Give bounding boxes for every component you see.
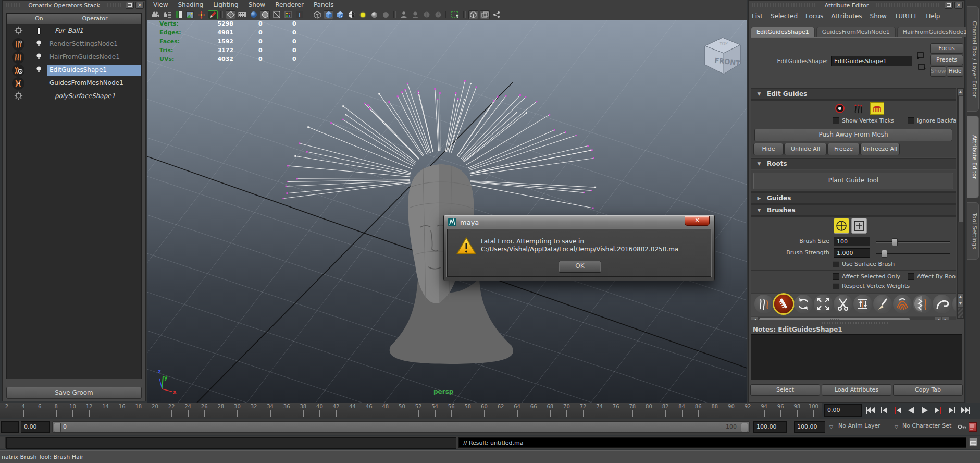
close-window-icon[interactable]: × bbox=[954, 2, 963, 9]
scene-3d[interactable] bbox=[147, 20, 747, 403]
auto-keyframe-icon[interactable] bbox=[969, 422, 977, 432]
push-away-from-mesh-button[interactable]: Push Away From Mesh bbox=[754, 129, 952, 141]
textured-mode-icon[interactable]: T bbox=[294, 10, 304, 19]
set-key-icon[interactable] bbox=[958, 423, 966, 432]
menu-view[interactable]: View bbox=[153, 1, 168, 8]
load-attributes-button[interactable]: Load Attributes bbox=[822, 384, 891, 396]
scroll-down-icon[interactable]: ▼ bbox=[958, 300, 963, 307]
scroll-right-step-icon[interactable]: ▶ bbox=[942, 317, 949, 320]
play-backwards-icon[interactable] bbox=[904, 404, 917, 417]
paint-brush-icon[interactable] bbox=[873, 295, 892, 313]
ignore-backfacing-checkbox[interactable]: Ignore Backfacing bbox=[908, 117, 956, 124]
square-brush-mode-icon[interactable] bbox=[851, 218, 867, 234]
view-cube[interactable]: FRONT TOP bbox=[698, 31, 746, 78]
operator-name[interactable]: Fur_Ball1 bbox=[47, 26, 141, 36]
curl-brush-icon[interactable] bbox=[933, 295, 951, 313]
go-to-end-icon[interactable] bbox=[959, 404, 972, 417]
operator-row-hair-from-guides[interactable]: HairFromGuidesNode1 bbox=[7, 51, 141, 64]
command-line-mode-fragment[interactable] bbox=[0, 437, 6, 448]
expand-brush-icon[interactable] bbox=[814, 295, 833, 313]
menu-panels[interactable]: Panels bbox=[314, 1, 334, 8]
bulb-icon[interactable] bbox=[36, 40, 42, 49]
hide-guides-button[interactable]: Hide bbox=[753, 143, 784, 155]
range-left-handle[interactable] bbox=[54, 423, 61, 432]
ornatrix-panel-titlebar[interactable]: Ornatrix Operators Stack × bbox=[3, 1, 145, 10]
operator-row-edit-guides[interactable]: EditGuidesShape1 bbox=[7, 64, 141, 77]
bulb-icon[interactable] bbox=[36, 66, 42, 75]
comb-icon[interactable] bbox=[870, 102, 884, 115]
use-surface-brush-checkbox[interactable]: Use Surface Brush bbox=[833, 261, 895, 267]
shaded-mode-icon[interactable] bbox=[249, 10, 258, 19]
brush-strength-slider[interactable] bbox=[876, 253, 950, 254]
attributes-vertical-scrollbar[interactable]: ▲ ▲ ▼ bbox=[957, 88, 964, 319]
scissors-brush-icon[interactable] bbox=[834, 295, 852, 313]
section-brushes[interactable]: ▼Brushes bbox=[751, 204, 956, 216]
chevron-down-icon[interactable]: ▽ bbox=[829, 424, 833, 430]
operator-row-poly-surface[interactable]: polySurfaceShape1 bbox=[7, 90, 141, 103]
default-material-cube-icon[interactable] bbox=[312, 10, 322, 19]
plugin-cube-icon[interactable] bbox=[468, 10, 478, 19]
character-set-selector[interactable]: No Character Set bbox=[902, 422, 951, 429]
isolate-person-2-icon[interactable] bbox=[410, 10, 420, 19]
object-selection-icon[interactable] bbox=[451, 10, 461, 19]
operator-row-guides-from-mesh[interactable]: GuidesFromMeshNode1 bbox=[7, 77, 141, 90]
animation-start-field[interactable] bbox=[1, 421, 19, 433]
select-camera-icon[interactable] bbox=[151, 10, 160, 19]
brush-strength-field[interactable]: 1.000 bbox=[834, 248, 870, 258]
camera-attributes-icon[interactable] bbox=[162, 10, 172, 19]
slider-handle[interactable] bbox=[892, 238, 898, 246]
go-to-start-icon[interactable] bbox=[864, 404, 877, 417]
bulb-icon[interactable] bbox=[36, 53, 42, 62]
step-back-frame-icon[interactable] bbox=[877, 404, 890, 417]
select-button[interactable]: Select bbox=[750, 384, 820, 396]
image-plane-icon[interactable] bbox=[185, 10, 195, 19]
textured-cube-icon[interactable] bbox=[335, 10, 345, 19]
xray-mode-icon[interactable] bbox=[271, 10, 281, 19]
affect-by-roots-checkbox[interactable]: Affect By Roots bbox=[908, 273, 956, 280]
time-ruler[interactable]: 2468101214161820222426283032343638404244… bbox=[0, 403, 822, 418]
menu-lighting[interactable]: Lighting bbox=[213, 1, 239, 8]
scroll-up-icon[interactable]: ▲ bbox=[958, 89, 963, 95]
brush-tool-icon[interactable] bbox=[208, 10, 218, 19]
menu-turtle[interactable]: TURTLE bbox=[895, 13, 918, 20]
unhide-all-button[interactable]: Unhide All bbox=[784, 143, 827, 155]
range-right-handle[interactable] bbox=[741, 423, 748, 432]
play-forwards-icon[interactable] bbox=[918, 404, 931, 417]
operator-row-render-settings[interactable]: RenderSettingsNode1 bbox=[7, 38, 141, 51]
tab-tool-settings[interactable]: Tool Settings bbox=[967, 202, 979, 260]
viewport-canvas[interactable]: Verts:529800 Edges:498100 Faces:159200 T… bbox=[147, 20, 747, 403]
range-slider[interactable]: 0 100 bbox=[52, 421, 750, 433]
tab-hair-from-guides[interactable]: HairFromGuidesNode1 bbox=[897, 27, 973, 37]
menu-show[interactable]: Show bbox=[249, 1, 265, 8]
attribute-editor-titlebar[interactable]: Attribute Editor × bbox=[749, 1, 964, 10]
respect-vertex-weights-checkbox[interactable]: Respect Vertex Weights bbox=[833, 283, 910, 289]
operator-row-fur-ball[interactable]: Fur_Ball1 bbox=[7, 25, 141, 38]
tab-attribute-editor[interactable]: Attribute Editor bbox=[967, 116, 979, 198]
swap-output-icon[interactable] bbox=[917, 63, 927, 72]
bookmark-icon[interactable] bbox=[173, 10, 183, 19]
section-edit-guides[interactable]: ▼Edit Guides bbox=[751, 88, 956, 100]
vertex-color-icon[interactable] bbox=[283, 10, 293, 19]
show-button[interactable]: Show bbox=[930, 66, 946, 77]
default-light-icon[interactable] bbox=[358, 10, 368, 19]
affect-selected-only-checkbox[interactable]: Affect Selected Only bbox=[833, 273, 900, 280]
guide-radio-icon[interactable] bbox=[835, 103, 845, 115]
close-window-icon[interactable]: × bbox=[135, 2, 144, 9]
swap-input-icon[interactable] bbox=[916, 52, 926, 61]
scroll-up-step-icon[interactable]: ▲ bbox=[958, 293, 963, 300]
raise-brush-icon[interactable] bbox=[853, 295, 872, 313]
menu-list[interactable]: List bbox=[752, 13, 763, 20]
circle-brush-mode-icon[interactable] bbox=[834, 218, 849, 234]
wireframe-mode-icon[interactable] bbox=[226, 10, 235, 19]
operator-name[interactable]: HairFromGuidesNode1 bbox=[47, 52, 141, 63]
scroll-left-step-icon[interactable]: ◀ bbox=[935, 317, 941, 320]
animation-end-field[interactable]: 100.00 bbox=[794, 421, 825, 433]
playback-start-field[interactable]: 0.00 bbox=[21, 421, 50, 433]
save-groom-button[interactable]: Save Groom bbox=[6, 387, 142, 399]
dialog-titlebar[interactable]: maya bbox=[448, 218, 479, 226]
ok-button[interactable]: OK bbox=[559, 261, 601, 273]
operator-name[interactable]: polySurfaceShape1 bbox=[47, 91, 141, 102]
resize-grip[interactable] bbox=[958, 308, 963, 318]
menu-renderer[interactable]: Renderer bbox=[275, 1, 304, 8]
all-lights-icon[interactable] bbox=[369, 10, 379, 19]
